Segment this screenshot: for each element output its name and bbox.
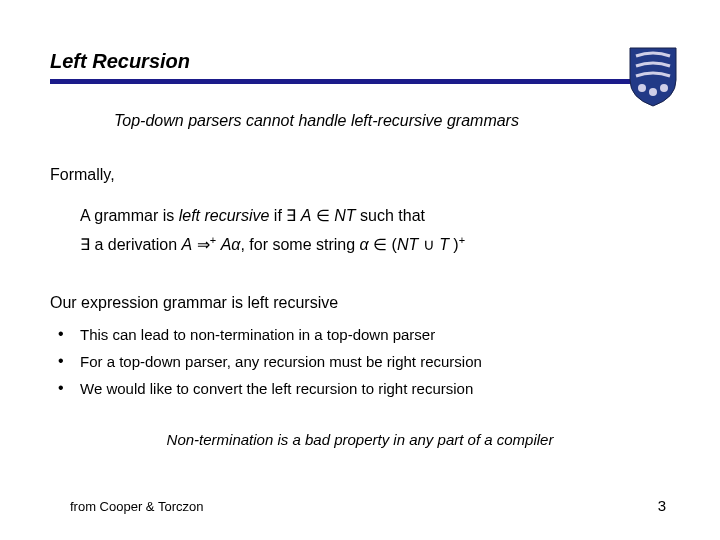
def2-b: A xyxy=(182,236,193,253)
svg-point-2 xyxy=(660,84,668,92)
list-item: We would like to convert the left recurs… xyxy=(56,380,670,397)
svg-point-1 xyxy=(649,88,657,96)
formally-label: Formally, xyxy=(50,166,670,184)
citation: from Cooper & Torczon xyxy=(70,499,203,514)
def2-i: NT xyxy=(397,236,418,253)
def1-f: NT xyxy=(334,207,355,224)
def2-g: α xyxy=(360,236,369,253)
def2-f: , for some string xyxy=(240,236,359,253)
def2-a: ∃ a derivation xyxy=(80,236,182,253)
def1-a: A grammar is xyxy=(80,207,179,224)
title-underline xyxy=(50,79,670,84)
def1-c: if ∃ xyxy=(269,207,300,224)
slide-title: Left Recursion xyxy=(50,50,670,73)
def2-c: ⇒ xyxy=(192,236,209,253)
subtitle: Top-down parsers cannot handle left-recu… xyxy=(114,112,670,130)
def2-k: T xyxy=(439,236,449,253)
def2-e: Aα xyxy=(221,236,241,253)
def1-e: ∈ xyxy=(311,207,334,224)
def1-d: A xyxy=(301,207,312,224)
shield-logo-icon xyxy=(628,46,678,108)
def1-g: such that xyxy=(356,207,425,224)
def2-l: ) xyxy=(449,236,459,253)
definition-block: A grammar is left recursive if ∃ A ∈ NT … xyxy=(80,202,670,260)
list-item: This can lead to non-termination in a to… xyxy=(56,326,670,343)
footer-note: Non-termination is a bad property in any… xyxy=(50,431,670,448)
def1-b: left recursive xyxy=(179,207,270,224)
bullet-list: This can lead to non-termination in a to… xyxy=(56,326,670,397)
page-number: 3 xyxy=(658,497,666,514)
def2-j: ∪ xyxy=(418,236,439,253)
svg-point-0 xyxy=(638,84,646,92)
statement: Our expression grammar is left recursive xyxy=(50,294,670,312)
def-line-2: ∃ a derivation A ⇒+ Aα, for some string … xyxy=(80,231,670,260)
def2-sup2: + xyxy=(459,234,465,246)
def2-h: ∈ ( xyxy=(369,236,397,253)
def-line-1: A grammar is left recursive if ∃ A ∈ NT … xyxy=(80,202,670,231)
list-item: For a top-down parser, any recursion mus… xyxy=(56,353,670,370)
